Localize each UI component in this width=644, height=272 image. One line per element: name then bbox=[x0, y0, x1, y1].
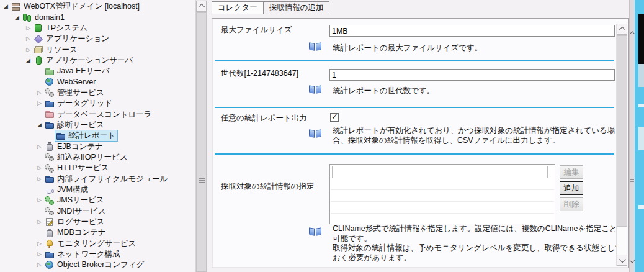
tree-item-label: JNDIサービス bbox=[55, 206, 106, 217]
scroll-up-button[interactable] bbox=[617, 24, 627, 35]
container-icon bbox=[45, 228, 55, 238]
scrollbar-thumb[interactable] bbox=[617, 35, 627, 227]
strip-band bbox=[638, 205, 644, 209]
tree-item[interactable]: ▷ モニタリングサービス bbox=[0, 238, 195, 249]
gears-icon bbox=[45, 152, 55, 162]
expand-arrow-icon[interactable]: ▷ bbox=[35, 101, 43, 106]
expand-arrow-icon[interactable]: ▷ bbox=[35, 90, 43, 96]
tree-item-label: ネットワーク構成 bbox=[55, 249, 120, 260]
tree-item[interactable]: 組込みIIOPサービス bbox=[0, 152, 195, 163]
folder-blue-icon bbox=[45, 99, 55, 109]
tree-item[interactable]: ▷ ネットワーク構成 bbox=[0, 249, 195, 260]
row-separator bbox=[215, 153, 614, 155]
tree-item[interactable]: ▷ HTTPサービス bbox=[0, 163, 195, 173]
expand-arrow-icon[interactable]: ▷ bbox=[24, 25, 32, 31]
chevron-up-icon bbox=[198, 4, 205, 11]
tree-item-label: JVM構成 bbox=[55, 184, 88, 195]
tree-item-label: リソース bbox=[43, 45, 78, 55]
expand-arrow-icon[interactable]: ▷ bbox=[35, 176, 43, 182]
row-separator bbox=[215, 60, 614, 61]
tree-item[interactable]: JVM構成 bbox=[0, 184, 195, 195]
tree-item[interactable]: ◢ 診断サービス bbox=[0, 120, 195, 130]
stat-target-edit-row[interactable] bbox=[332, 166, 548, 178]
tree-item[interactable]: ▷ JMSサービス bbox=[0, 195, 195, 206]
tree-item[interactable]: データベースコントローラ bbox=[0, 109, 195, 119]
expand-arrow-icon[interactable]: ▷ bbox=[35, 197, 43, 203]
expand-arrow-icon[interactable]: ▷ bbox=[24, 47, 32, 53]
tree-item[interactable]: ▷ リソース bbox=[0, 44, 195, 55]
row-separator bbox=[215, 107, 614, 108]
tree-item-label: domain1 bbox=[32, 13, 65, 22]
edit-button[interactable]: 編集 bbox=[560, 165, 583, 179]
tree-item[interactable]: ▷ アプリケーション bbox=[0, 34, 195, 44]
thumb-grip-icon bbox=[630, 178, 634, 183]
collector-settings-form: 最大ファイルサイズ 統計レポートの最大ファイルサイズです。 世代数[1-2147… bbox=[212, 18, 629, 268]
max-file-size-input[interactable] bbox=[329, 25, 615, 37]
optional-report-output-label: 任意の統計レポート出力 bbox=[221, 113, 307, 124]
expand-arrow-icon[interactable]: ◢ bbox=[2, 4, 10, 9]
max-file-size-label: 最大ファイルサイズ bbox=[221, 25, 292, 35]
stat-target-description: CLIName形式で統計情報を指定します。設定値には、複数のCLINameを指定… bbox=[333, 224, 625, 263]
expand-arrow-icon[interactable]: ◢ bbox=[24, 58, 32, 63]
tree-item[interactable]: ▷ TPシステム bbox=[0, 23, 195, 34]
expand-arrow-icon[interactable]: ▷ bbox=[35, 262, 43, 268]
stat-target-listbox[interactable] bbox=[329, 164, 555, 224]
tree-item[interactable]: ▷ Object Brokerコンフィグ bbox=[0, 260, 195, 270]
expand-arrow-icon[interactable]: ◢ bbox=[13, 15, 21, 20]
expand-arrow-icon[interactable]: ▷ bbox=[35, 219, 43, 225]
scrollbar-thumb[interactable] bbox=[196, 12, 207, 272]
tree-item[interactable]: WebServer bbox=[0, 76, 195, 87]
help-book-icon bbox=[309, 227, 321, 237]
server-rack-icon bbox=[11, 2, 21, 12]
tree-item[interactable]: ▷ 内部ライフサイクルモジュール bbox=[0, 174, 195, 184]
scroll-up-button[interactable] bbox=[196, 1, 207, 12]
folder-green-icon bbox=[45, 66, 55, 76]
tree-item[interactable]: ▷ データグリッド bbox=[0, 98, 195, 109]
tree-item[interactable]: ▷ 管理サービス bbox=[0, 88, 195, 98]
tree-item-label: 管理サービス bbox=[55, 88, 104, 98]
chevron-down-icon bbox=[630, 258, 635, 263]
expand-arrow-icon[interactable]: ▷ bbox=[35, 241, 43, 247]
tree-item[interactable]: MDBコンテナ bbox=[0, 227, 195, 238]
tree-item-label: EJBコンテナ bbox=[55, 142, 103, 152]
tab-collector[interactable]: コレクター bbox=[212, 1, 264, 14]
help-book-icon bbox=[309, 85, 321, 94]
chevron-up-icon bbox=[619, 27, 625, 34]
add-button[interactable]: 追加 bbox=[560, 181, 583, 195]
optional-report-output-checkbox[interactable] bbox=[330, 113, 339, 122]
expand-arrow-icon[interactable]: ▷ bbox=[35, 252, 43, 257]
tree-item-label: 組込みIIOPサービス bbox=[55, 152, 128, 163]
panel-scrollbar[interactable] bbox=[629, 0, 635, 272]
tree-item[interactable]: ▷ ログサービス bbox=[0, 217, 195, 227]
tree-item-label: TPシステム bbox=[43, 23, 87, 34]
tp-system-icon bbox=[34, 23, 43, 33]
delete-button[interactable]: 削除 bbox=[560, 197, 583, 211]
tree-item[interactable]: ◢ domain1 bbox=[0, 12, 195, 22]
scroll-down-button[interactable] bbox=[617, 255, 627, 266]
tree-item[interactable]: 統計レポート bbox=[0, 130, 195, 141]
tab-add-collection-info[interactable]: 採取情報の追加 bbox=[264, 1, 330, 14]
expand-arrow-icon[interactable]: ▷ bbox=[24, 36, 32, 42]
monitoring-icon bbox=[45, 238, 55, 248]
folder-pink-icon bbox=[45, 109, 55, 119]
tree-item-label: データベースコントローラ bbox=[55, 109, 152, 120]
stat-target-description-line1: CLIName形式で統計情報を指定します。設定値には、複数のCLINameを指定… bbox=[333, 224, 625, 243]
tree-item[interactable]: Java EEサーバ bbox=[0, 66, 195, 76]
expand-arrow-icon[interactable]: ◢ bbox=[35, 122, 43, 128]
expand-arrow-icon[interactable]: ▷ bbox=[35, 165, 43, 171]
expand-arrow-icon[interactable]: ▷ bbox=[35, 144, 43, 150]
generation-count-input[interactable] bbox=[329, 69, 615, 81]
tree-item[interactable]: ▷ EJBコンテナ bbox=[0, 141, 195, 152]
tree-item-label: 統計レポート bbox=[66, 130, 115, 141]
tree-item-label: 診断サービス bbox=[55, 120, 104, 130]
tree-item[interactable]: JNDIサービス bbox=[0, 206, 195, 217]
help-book-icon bbox=[309, 42, 321, 52]
tree-item[interactable]: ◢ WebOTX管理ドメイン [localhost] bbox=[0, 1, 195, 12]
tree-item[interactable]: ◢ アプリケーションサーバ bbox=[0, 55, 195, 66]
container-icon bbox=[45, 142, 55, 152]
form-scrollbar[interactable] bbox=[616, 24, 627, 266]
tree-item-label: データグリッド bbox=[55, 98, 112, 109]
list-row-line bbox=[331, 213, 554, 214]
tree-scrollbar[interactable] bbox=[195, 0, 207, 272]
folder-blue-icon bbox=[45, 174, 55, 184]
